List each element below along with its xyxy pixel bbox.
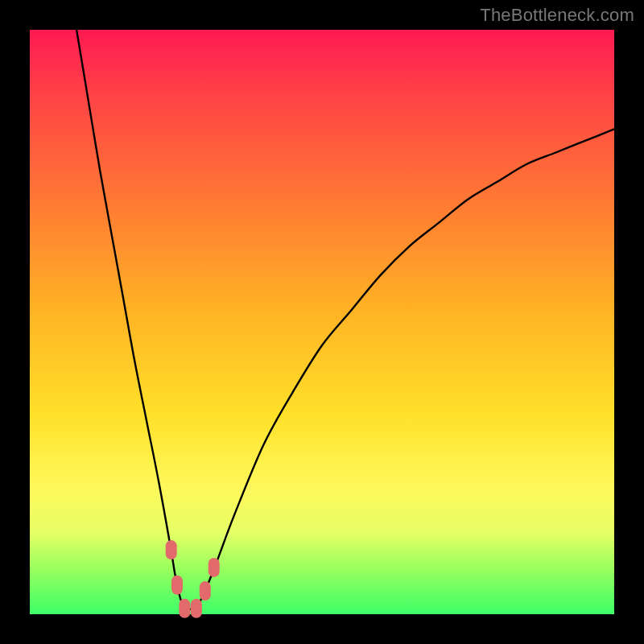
plot-area [30, 30, 614, 614]
chart-frame: TheBottleneck.com [0, 0, 644, 644]
marker-left-1 [166, 540, 177, 559]
marker-bottom-1 [179, 599, 190, 618]
bottleneck-curve-svg [30, 30, 614, 614]
watermark-text: TheBottleneck.com [480, 5, 634, 26]
marker-left-2 [171, 576, 183, 595]
bottleneck-curve [76, 30, 614, 609]
marker-right-1 [200, 581, 211, 601]
marker-right-2 [208, 558, 220, 577]
marker-bottom-2 [191, 599, 202, 618]
marker-group [166, 540, 220, 618]
